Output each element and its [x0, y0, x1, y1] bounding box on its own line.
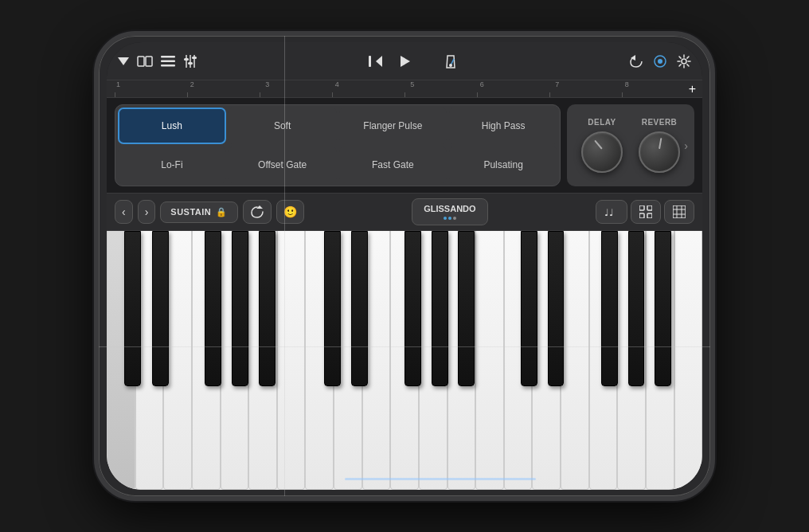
prev-button[interactable]: ‹ — [115, 200, 133, 224]
svg-rect-11 — [192, 57, 197, 59]
ruler-mark-1: 1 — [116, 80, 120, 88]
fx-area: DELAY REVERB › — [567, 104, 694, 186]
dropdown-button[interactable] — [116, 56, 131, 67]
black-key-11[interactable] — [521, 231, 537, 386]
black-key-7[interactable] — [351, 231, 368, 386]
black-key-8[interactable] — [404, 231, 421, 386]
next-button[interactable]: › — [138, 200, 156, 224]
black-key-2[interactable] — [152, 231, 169, 386]
white-key-14[interactable] — [475, 231, 504, 490]
ruler-mark-5: 5 — [410, 80, 414, 88]
glissando-dot-3 — [453, 217, 456, 220]
glissando-dot-2 — [448, 217, 451, 220]
loop-button[interactable] — [135, 54, 154, 68]
glissando-button[interactable]: GLISSANDO — [412, 198, 487, 225]
emoji-icon: 🙂 — [283, 205, 297, 218]
black-key-14[interactable] — [628, 231, 645, 386]
ruler-mark-8: 8 — [625, 80, 629, 88]
white-key-17[interactable] — [561, 231, 589, 490]
prev-icon: ‹ — [122, 205, 126, 218]
smart-button[interactable] — [651, 53, 669, 70]
fx-knobs-row: DELAY REVERB — [581, 118, 680, 173]
controls-bar: ‹ › SUSTAIN 🔒 🙂 — [107, 193, 702, 231]
black-key-13[interactable] — [601, 231, 618, 386]
svg-marker-14 — [401, 56, 410, 67]
preset-high-pass[interactable]: High Pass — [449, 108, 557, 144]
undo-button[interactable] — [627, 53, 645, 69]
delay-label: DELAY — [588, 118, 616, 127]
toolbar-left — [116, 53, 199, 69]
delay-knob-group: DELAY — [581, 118, 623, 173]
svg-point-20 — [658, 59, 662, 64]
record-button[interactable] — [426, 60, 429, 63]
mixer-button[interactable] — [182, 53, 199, 69]
grid-button[interactable] — [664, 200, 694, 224]
toolbar-center — [205, 53, 621, 70]
record-icon-button[interactable] — [243, 200, 272, 224]
list-button[interactable] — [159, 54, 177, 68]
white-key-7[interactable] — [277, 231, 306, 490]
svg-rect-3 — [161, 56, 175, 58]
ruler-marks-container: 1 2 3 4 5 6 7 8 — [115, 80, 694, 97]
settings-button[interactable] — [675, 53, 693, 70]
black-key-4[interactable] — [232, 231, 248, 386]
piano-area[interactable] — [107, 231, 702, 490]
ruler-mark-4: 4 — [335, 80, 339, 88]
white-key-21[interactable] — [674, 231, 703, 490]
next-icon: › — [145, 205, 149, 218]
preset-fast-gate[interactable]: Fast Gate — [339, 147, 447, 183]
emoji-button[interactable]: 🙂 — [276, 200, 304, 224]
svg-rect-10 — [188, 62, 193, 65]
glissando-dots — [444, 217, 456, 220]
ruler-mark-6: 6 — [480, 80, 484, 88]
phone-screen: 1 2 3 4 5 6 7 8 + Lush Soft Flang — [107, 42, 702, 490]
timeline-ruler: 1 2 3 4 5 6 7 8 + — [107, 80, 702, 98]
svg-rect-9 — [184, 58, 189, 61]
main-toolbar — [107, 42, 702, 80]
synth-area: Lush Soft Flanger Pulse High Pass Lo-Fi … — [107, 98, 702, 193]
svg-marker-12 — [376, 56, 382, 67]
arp-button[interactable] — [631, 200, 661, 224]
toolbar-right — [627, 53, 693, 70]
play-button[interactable] — [397, 53, 413, 69]
preset-lush[interactable]: Lush — [118, 108, 226, 144]
svg-marker-0 — [118, 57, 129, 65]
delay-knob[interactable] — [581, 131, 623, 173]
black-key-12[interactable] — [548, 231, 565, 386]
reverb-knob[interactable] — [639, 131, 680, 173]
black-key-6[interactable] — [324, 231, 341, 386]
glissando-label: GLISSANDO — [424, 204, 475, 213]
metronome-button[interactable] — [442, 53, 459, 70]
ruler-mark-7: 7 — [555, 80, 559, 88]
preset-soft[interactable]: Soft — [229, 108, 337, 144]
svg-rect-2 — [146, 57, 152, 66]
svg-point-17 — [449, 64, 452, 67]
black-key-9[interactable] — [432, 231, 448, 386]
svg-text:♩♩: ♩♩ — [604, 207, 614, 218]
notes-button[interactable]: ♩♩ — [596, 200, 627, 224]
preset-pulsating[interactable]: Pulsating — [449, 147, 557, 183]
black-key-15[interactable] — [655, 231, 671, 386]
add-track-button[interactable]: + — [689, 82, 696, 96]
power-button[interactable] — [714, 163, 715, 219]
black-key-3[interactable] — [205, 231, 221, 386]
reverb-knob-group: REVERB — [639, 118, 680, 173]
black-key-1[interactable] — [124, 231, 141, 386]
fx-arrow-icon[interactable]: › — [684, 139, 688, 152]
ruler-mark-3: 3 — [265, 80, 269, 88]
preset-lo-fi[interactable]: Lo-Fi — [118, 147, 226, 183]
svg-rect-24 — [639, 205, 644, 210]
volume-button[interactable] — [94, 147, 95, 187]
black-key-10[interactable] — [458, 231, 475, 386]
sustain-button[interactable]: SUSTAIN 🔒 — [160, 201, 237, 223]
svg-rect-1 — [138, 57, 144, 66]
black-key-5[interactable] — [259, 231, 276, 386]
main-content: Lush Soft Flanger Pulse High Pass Lo-Fi … — [107, 98, 702, 490]
rewind-button[interactable] — [367, 53, 385, 69]
preset-flanger-pulse[interactable]: Flanger Pulse — [339, 108, 447, 144]
phone-device: 1 2 3 4 5 6 7 8 + Lush Soft Flang — [94, 31, 715, 501]
preset-grid: Lush Soft Flanger Pulse High Pass Lo-Fi … — [115, 104, 561, 186]
preset-offset-gate[interactable]: Offset Gate — [229, 147, 337, 183]
glissando-dot-1 — [444, 217, 447, 220]
svg-rect-26 — [639, 213, 644, 218]
